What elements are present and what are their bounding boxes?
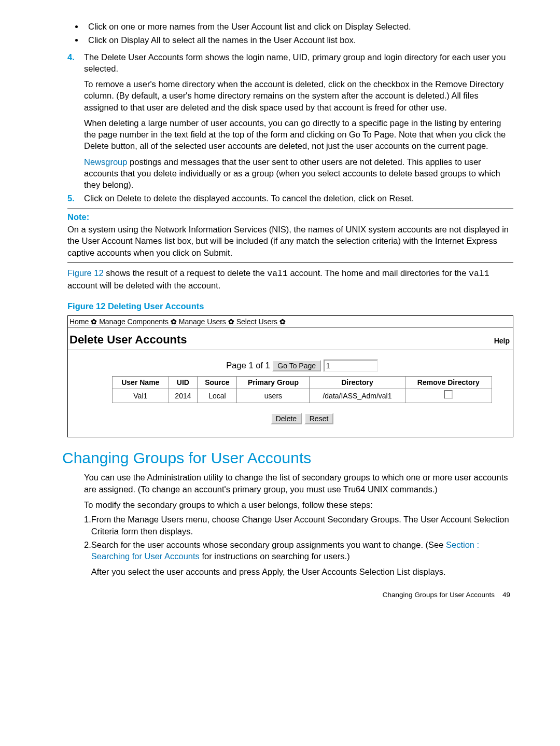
item4-p2: To remove a user's home directory when t… (84, 78, 513, 113)
crumb-sep-3: ✿ (228, 317, 236, 326)
sec2-it2-p2: After you select the user accounts and p… (91, 566, 513, 577)
sec2-it2-a: Search for the user accounts whose secon… (91, 540, 446, 549)
td-uid: 2014 (169, 389, 198, 403)
th-source: Source (198, 377, 237, 389)
table-row: Val1 2014 Local users /data/IASS_Adm/val… (113, 389, 492, 403)
reset-button[interactable]: Reset (304, 413, 334, 424)
after-note-mono2: val1 (469, 269, 489, 279)
panel-title: Delete User Accounts (69, 332, 187, 348)
sec2-p1: You can use the Administration utility t… (84, 472, 513, 495)
sec2-num-1: 1. (84, 514, 91, 537)
th-dir: Directory (310, 377, 405, 389)
crumb-manage-users[interactable]: Manage Users (179, 317, 226, 326)
figure-box: Home ✿ Manage Components ✿ Manage Users … (67, 315, 513, 437)
sec2-it2: Search for the user accounts whose secon… (91, 539, 513, 562)
top-sub-bullets: Click on one or more names from the User… (84, 21, 513, 46)
note-divider-bottom (67, 263, 513, 263)
after-note-mono1: val1 (267, 269, 288, 279)
td-source: Local (198, 389, 237, 403)
item4-p4-rest: postings and messages that the user sent… (84, 157, 500, 190)
list-num-4: 4. (67, 51, 84, 191)
page-label: Page 1 of 1 (226, 361, 270, 370)
help-link[interactable]: Help (494, 336, 510, 346)
figure-title: Figure 12 Deleting User Accounts (67, 300, 513, 312)
sec2-list: 1. From the Manage Users menu, choose Ch… (84, 514, 513, 577)
figure-12-link[interactable]: Figure 12 (67, 268, 104, 278)
th-pgroup: Primary Group (237, 377, 310, 389)
note-heading: Note: (67, 211, 513, 223)
accounts-table: User Name UID Source Primary Group Direc… (112, 376, 492, 403)
top-ordered-list: 4. The Delete User Accounts form shows t… (67, 51, 513, 204)
item4-p4: Newsgroup postings and messages that the… (84, 156, 513, 191)
th-uid: UID (169, 377, 198, 389)
sec2-num-2: 2. (84, 539, 91, 578)
delete-button[interactable]: Delete (271, 413, 302, 424)
sec2-p2: To modify the secondary groups to which … (84, 499, 513, 510)
go-to-page-button[interactable]: Go To Page (272, 360, 321, 371)
crumb-sep-2: ✿ (171, 317, 179, 326)
td-rdir (405, 389, 492, 403)
newsgroup-link[interactable]: Newsgroup (84, 157, 127, 167)
section-title: Changing Groups for User Accounts (62, 448, 513, 469)
td-user: Val1 (113, 389, 169, 403)
page-input[interactable] (324, 360, 378, 372)
note-body: On a system using the Network Informatio… (67, 224, 513, 258)
after-note-mid2: account. The home and mail directories f… (288, 268, 469, 278)
item4-p3: When deleting a large number of user acc… (84, 117, 513, 152)
remove-dir-checkbox[interactable] (444, 390, 453, 399)
crumb-sep-4: ✿ (279, 317, 286, 326)
th-user: User Name (113, 377, 169, 389)
td-pgroup: users (237, 389, 310, 403)
after-note-mid1: shows the result of a request to delete … (104, 268, 268, 278)
th-rdir: Remove Directory (405, 377, 492, 389)
page-footer: Changing Groups for User Accounts 49 (67, 590, 510, 600)
footer-label: Changing Groups for User Accounts (383, 591, 495, 599)
page-row: Page 1 of 1 Go To Page (112, 360, 492, 372)
item5-text: Click on Delete to delete the displayed … (84, 192, 513, 204)
breadcrumb: Home ✿ Manage Components ✿ Manage Users … (68, 316, 513, 328)
td-dir: /data/IASS_Adm/val1 (310, 389, 405, 403)
footer-page: 49 (502, 591, 510, 599)
note-divider-top (67, 209, 513, 209)
crumb-manage-components[interactable]: Manage Components (99, 317, 169, 326)
crumb-select-users[interactable]: Select Users (236, 317, 277, 326)
bullet-2: Click on Display All to select all the n… (84, 34, 513, 46)
bullet-1: Click on one or more names from the User… (84, 21, 513, 32)
after-note-para: Figure 12 shows the result of a request … (67, 267, 513, 292)
item4-p1: The Delete User Accounts form shows the … (84, 51, 513, 75)
list-num-5: 5. (67, 192, 84, 204)
sec2-it2-b: for instructions on searching for users.… (200, 551, 350, 561)
crumb-home[interactable]: Home (69, 317, 89, 326)
after-note-tail: account will be deleted with the account… (67, 281, 220, 290)
crumb-sep-1: ✿ (91, 317, 99, 326)
sec2-it1: From the Manage Users menu, choose Chang… (91, 514, 513, 537)
